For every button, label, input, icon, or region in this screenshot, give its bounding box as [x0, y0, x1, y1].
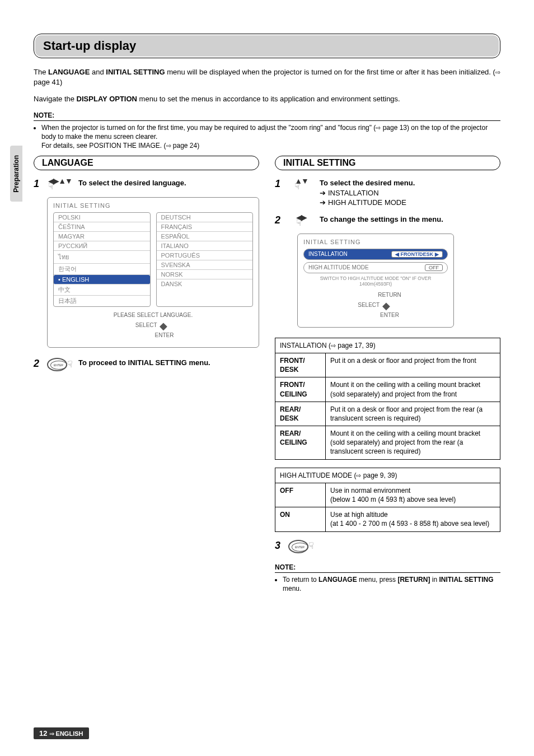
enter-button-icon: ENTER☟	[288, 540, 314, 553]
note-heading: NOTE:	[275, 563, 500, 573]
step-number: 1	[34, 178, 41, 190]
side-tab: Preparation	[10, 146, 22, 202]
table-row: REAR/DESKPut it on a desk or floor and p…	[275, 402, 500, 426]
page-footer: 12 ENGLISH	[34, 727, 89, 739]
note-bullet: To return to LANGUAGE menu, press [RETUR…	[283, 575, 500, 593]
initial-setting-heading: INITIAL SETTING	[275, 156, 500, 170]
dpad-leftright-icon: ◀▶☟	[288, 214, 314, 227]
init-step-3: 3 ENTER☟	[275, 540, 500, 553]
page-title: Start-up display	[35, 35, 499, 57]
lang-option: 한국어	[54, 264, 150, 275]
lang-option: POLSKI	[54, 213, 150, 222]
footer-lang: ENGLISH	[56, 730, 83, 737]
osd-title: INITIAL SETTING	[303, 239, 448, 245]
language-osd: INITIAL SETTING POLSKI ČEŠTINA MAGYAR РУ…	[47, 197, 259, 348]
lang-option: DEUTSCH	[157, 213, 253, 222]
page-ref-icon	[376, 124, 381, 132]
step-text: To proceed to INITIAL SETTING menu.	[78, 358, 259, 368]
osd-row-altitude: HIGH ALTITUDE MODE OFF	[303, 262, 448, 273]
lang-option: ไทย	[54, 251, 150, 264]
value-pill: OFF	[425, 264, 443, 271]
sub-item: HIGH ALTITUDE MODE	[320, 198, 500, 208]
page-number: 12	[39, 729, 47, 738]
right-column: INITIAL SETTING 1 ▲▼☟ To select the desi…	[275, 156, 500, 599]
nav-diamond-icon	[381, 299, 394, 311]
lang-option: MAGYAR	[54, 232, 150, 241]
lang-option-selected: ENGLISH	[54, 275, 150, 284]
note-bullet: When the projector is turned on for the …	[41, 123, 500, 151]
top-note: NOTE: When the projector is turned on fo…	[34, 111, 500, 151]
lang-col-right: DEUTSCH FRANÇAIS ESPAÑOL ITALIANO PORTUG…	[156, 212, 254, 307]
page-ref-icon	[331, 342, 336, 349]
intro-p1: The LANGUAGE and INITIAL SETTING menu wi…	[34, 67, 500, 87]
dpad-icon: ◀▶▲▼☟	[47, 178, 73, 190]
title-frame: Start-up display	[34, 34, 500, 58]
dpad-updown-icon: ▲▼☟	[288, 178, 314, 190]
language-heading: LANGUAGE	[34, 156, 259, 170]
table-row: OFFUse in normal environment(below 1 400…	[275, 483, 500, 507]
table-caption: HIGH ALTITUDE MODE ( page 9, 39)	[275, 468, 500, 483]
init-step-2: 2 ◀▶☟ To change the settings in the menu…	[275, 214, 500, 227]
step-number: 2	[34, 358, 41, 370]
left-column: LANGUAGE 1 ◀▶▲▼☟ To select the desired l…	[34, 156, 259, 599]
osd-tiny-note: SWITCH TO HIGH ALTITUDE MODE "ON" IF OVE…	[303, 276, 448, 287]
osd-title: INITIAL SETTING	[53, 202, 253, 209]
lang-option: ITALIANO	[157, 241, 253, 251]
table-row: REAR/CEILINGMount it on the ceiling with…	[275, 426, 500, 460]
step-text: To select the desired menu. INSTALLATION…	[320, 178, 500, 208]
altitude-table: HIGH ALTITUDE MODE ( page 9, 39) OFFUse …	[275, 468, 500, 532]
step-text: To select the desired language.	[78, 178, 259, 188]
page-ref-icon	[166, 142, 171, 150]
lang-step-2: 2 ENTER☟ To proceed to INITIAL SETTING m…	[34, 358, 259, 371]
init-step-1: 1 ▲▼☟ To select the desired menu. INSTAL…	[275, 178, 500, 208]
enter-button-icon: ENTER☟	[47, 358, 73, 371]
lang-option: 日本語	[54, 296, 150, 306]
intro-block: The LANGUAGE and INITIAL SETTING menu wi…	[34, 67, 500, 105]
table-row: FRONT/DESKPut it on a desk or floor and …	[275, 353, 500, 377]
note-heading: NOTE:	[34, 111, 500, 121]
table-row: FRONT/CEILINGMount it on the ceiling wit…	[275, 377, 500, 402]
table-row: ONUse at high altitude(at 1 400 - 2 700 …	[275, 507, 500, 531]
lang-step-1: 1 ◀▶▲▼☟ To select the desired language.	[34, 178, 259, 190]
step-number: 2	[275, 214, 283, 226]
osd-footer: RETURN SELECT ENTER	[303, 291, 448, 319]
step-text: To change the settings in the menu.	[320, 214, 500, 225]
lang-option: 中文	[54, 284, 150, 296]
footer-arrow-icon	[49, 730, 54, 737]
initial-setting-osd: INITIAL SETTING INSTALLATION ◀ FRONT/DES…	[297, 234, 454, 328]
lang-option: РУССКИЙ	[54, 241, 150, 251]
step-number: 3	[275, 540, 283, 552]
bottom-note: NOTE: To return to LANGUAGE menu, press …	[275, 563, 500, 593]
intro-p2: Navigate the DISPLAY OPTION menu to set …	[34, 94, 500, 104]
nav-diamond-icon	[158, 319, 171, 332]
side-tab-label: Preparation	[12, 155, 20, 193]
lang-option: PORTUGUÊS	[157, 251, 253, 260]
lang-col-left: POLSKI ČEŠTINA MAGYAR РУССКИЙ ไทย 한국어 EN…	[53, 212, 151, 307]
page-ref-icon	[495, 68, 500, 76]
installation-table: INSTALLATION ( page 17, 39) FRONT/DESKPu…	[275, 338, 500, 460]
sub-item: INSTALLATION	[320, 188, 500, 198]
lang-option: NORSK	[157, 270, 253, 279]
lang-option: ČEŠTINA	[54, 222, 150, 232]
lang-option: DANSK	[157, 279, 253, 288]
lang-option: ESPAÑOL	[157, 232, 253, 241]
osd-footer: PLEASE SELECT LANGUAGE. SELECT ENTER	[53, 311, 253, 339]
table-caption: INSTALLATION ( page 17, 39)	[275, 338, 500, 353]
lang-option: SVENSKA	[157, 260, 253, 270]
osd-row-installation: INSTALLATION ◀ FRONT/DESK ▶	[303, 249, 448, 260]
lang-option: FRANÇAIS	[157, 222, 253, 232]
step-number: 1	[275, 178, 283, 190]
value-pill: ◀ FRONT/DESK ▶	[391, 251, 443, 258]
